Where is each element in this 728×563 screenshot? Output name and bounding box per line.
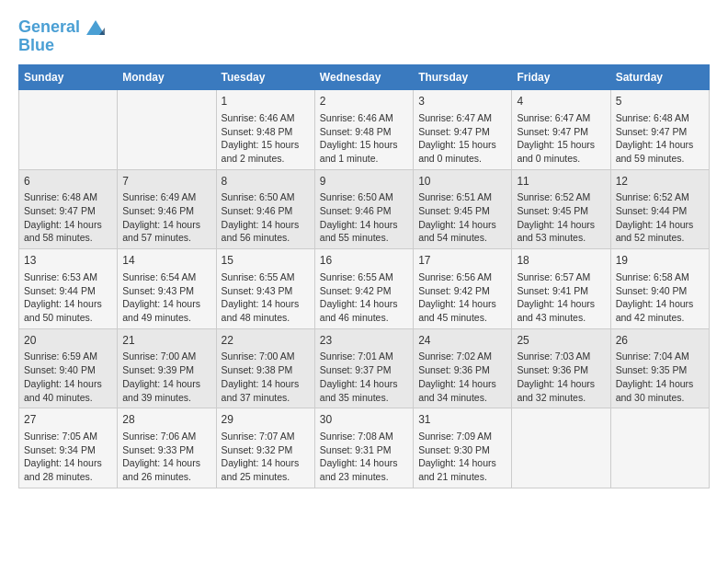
day-number: 10 <box>418 174 506 190</box>
day-info: Sunrise: 6:47 AM Sunset: 9:47 PM Dayligh… <box>418 111 506 166</box>
day-info: Sunrise: 6:57 AM Sunset: 9:41 PM Dayligh… <box>517 270 605 325</box>
day-number: 23 <box>320 333 408 349</box>
week-row-1: 1Sunrise: 6:46 AM Sunset: 9:48 PM Daylig… <box>19 90 710 170</box>
header-wednesday: Wednesday <box>314 65 413 90</box>
day-number: 21 <box>122 333 210 349</box>
day-cell: 24Sunrise: 7:02 AM Sunset: 9:36 PM Dayli… <box>414 328 512 408</box>
day-number: 16 <box>320 253 408 269</box>
day-info: Sunrise: 7:00 AM Sunset: 9:39 PM Dayligh… <box>122 350 210 404</box>
week-row-4: 20Sunrise: 6:59 AM Sunset: 9:40 PM Dayli… <box>19 328 710 408</box>
day-info: Sunrise: 7:02 AM Sunset: 9:36 PM Dayligh… <box>418 350 506 404</box>
day-info: Sunrise: 6:58 AM Sunset: 9:40 PM Dayligh… <box>616 270 704 325</box>
day-cell: 11Sunrise: 6:52 AM Sunset: 9:45 PM Dayli… <box>512 169 610 249</box>
day-cell: 18Sunrise: 6:57 AM Sunset: 9:41 PM Dayli… <box>512 249 610 329</box>
day-info: Sunrise: 6:54 AM Sunset: 9:43 PM Dayligh… <box>122 270 210 325</box>
day-number: 11 <box>517 174 605 190</box>
day-info: Sunrise: 6:56 AM Sunset: 9:42 PM Dayligh… <box>418 270 506 325</box>
day-cell <box>118 90 216 170</box>
day-info: Sunrise: 7:06 AM Sunset: 9:33 PM Dayligh… <box>122 430 210 484</box>
week-row-3: 13Sunrise: 6:53 AM Sunset: 9:44 PM Dayli… <box>19 249 710 329</box>
day-cell: 4Sunrise: 6:47 AM Sunset: 9:47 PM Daylig… <box>512 90 610 170</box>
day-number: 12 <box>616 174 704 190</box>
day-info: Sunrise: 7:01 AM Sunset: 9:37 PM Dayligh… <box>320 350 408 404</box>
day-info: Sunrise: 6:55 AM Sunset: 9:43 PM Dayligh… <box>222 270 310 325</box>
day-number: 25 <box>517 333 605 349</box>
day-cell: 26Sunrise: 7:04 AM Sunset: 9:35 PM Dayli… <box>610 328 709 408</box>
header-thursday: Thursday <box>414 65 512 90</box>
header-tuesday: Tuesday <box>216 65 314 90</box>
day-cell: 9Sunrise: 6:50 AM Sunset: 9:46 PM Daylig… <box>314 169 413 249</box>
day-cell: 14Sunrise: 6:54 AM Sunset: 9:43 PM Dayli… <box>118 249 216 329</box>
day-info: Sunrise: 6:50 AM Sunset: 9:46 PM Dayligh… <box>222 190 310 245</box>
day-cell <box>610 408 709 488</box>
day-number: 9 <box>320 174 408 190</box>
day-cell: 27Sunrise: 7:05 AM Sunset: 9:34 PM Dayli… <box>19 408 118 488</box>
day-number: 28 <box>122 412 210 428</box>
day-cell: 21Sunrise: 7:00 AM Sunset: 9:39 PM Dayli… <box>118 328 216 408</box>
day-number: 24 <box>418 333 506 349</box>
day-info: Sunrise: 7:09 AM Sunset: 9:30 PM Dayligh… <box>418 430 506 484</box>
day-cell <box>512 408 610 488</box>
week-row-2: 6Sunrise: 6:48 AM Sunset: 9:47 PM Daylig… <box>19 169 710 249</box>
day-number: 30 <box>320 412 408 428</box>
day-cell: 1Sunrise: 6:46 AM Sunset: 9:48 PM Daylig… <box>216 90 314 170</box>
day-info: Sunrise: 6:55 AM Sunset: 9:42 PM Dayligh… <box>320 270 408 325</box>
day-cell: 16Sunrise: 6:55 AM Sunset: 9:42 PM Dayli… <box>314 249 413 329</box>
day-number: 13 <box>24 253 112 269</box>
day-cell: 8Sunrise: 6:50 AM Sunset: 9:46 PM Daylig… <box>216 169 314 249</box>
day-info: Sunrise: 7:00 AM Sunset: 9:38 PM Dayligh… <box>222 350 310 404</box>
day-cell: 15Sunrise: 6:55 AM Sunset: 9:43 PM Dayli… <box>216 249 314 329</box>
day-info: Sunrise: 7:05 AM Sunset: 9:34 PM Dayligh… <box>24 430 112 484</box>
day-cell: 5Sunrise: 6:48 AM Sunset: 9:47 PM Daylig… <box>610 90 709 170</box>
day-number: 2 <box>320 94 408 109</box>
day-number: 29 <box>222 412 310 428</box>
day-cell: 7Sunrise: 6:49 AM Sunset: 9:46 PM Daylig… <box>118 169 216 249</box>
header-monday: Monday <box>118 65 216 90</box>
logo-text: General <box>18 18 105 37</box>
day-cell: 6Sunrise: 6:48 AM Sunset: 9:47 PM Daylig… <box>19 169 118 249</box>
day-number: 3 <box>418 94 506 109</box>
day-cell: 12Sunrise: 6:52 AM Sunset: 9:44 PM Dayli… <box>610 169 709 249</box>
day-info: Sunrise: 7:08 AM Sunset: 9:31 PM Dayligh… <box>320 430 408 484</box>
day-cell: 22Sunrise: 7:00 AM Sunset: 9:38 PM Dayli… <box>216 328 314 408</box>
day-info: Sunrise: 7:04 AM Sunset: 9:35 PM Dayligh… <box>616 350 704 404</box>
day-info: Sunrise: 6:46 AM Sunset: 9:48 PM Dayligh… <box>320 111 408 166</box>
day-cell: 25Sunrise: 7:03 AM Sunset: 9:36 PM Dayli… <box>512 328 610 408</box>
day-number: 20 <box>24 333 112 349</box>
day-info: Sunrise: 6:53 AM Sunset: 9:44 PM Dayligh… <box>24 270 112 325</box>
day-cell: 19Sunrise: 6:58 AM Sunset: 9:40 PM Dayli… <box>610 249 709 329</box>
day-number: 6 <box>24 174 112 190</box>
day-cell: 20Sunrise: 6:59 AM Sunset: 9:40 PM Dayli… <box>19 328 118 408</box>
day-number: 14 <box>122 253 210 269</box>
day-number: 26 <box>616 333 704 349</box>
day-number: 17 <box>418 253 506 269</box>
day-cell: 17Sunrise: 6:56 AM Sunset: 9:42 PM Dayli… <box>414 249 512 329</box>
day-number: 8 <box>222 174 310 190</box>
week-row-5: 27Sunrise: 7:05 AM Sunset: 9:34 PM Dayli… <box>19 408 710 488</box>
logo: General Blue <box>18 18 105 55</box>
day-cell: 10Sunrise: 6:51 AM Sunset: 9:45 PM Dayli… <box>414 169 512 249</box>
day-number: 19 <box>616 253 704 269</box>
day-cell: 31Sunrise: 7:09 AM Sunset: 9:30 PM Dayli… <box>414 408 512 488</box>
day-info: Sunrise: 6:59 AM Sunset: 9:40 PM Dayligh… <box>24 350 112 404</box>
day-info: Sunrise: 6:46 AM Sunset: 9:48 PM Dayligh… <box>222 111 310 166</box>
day-info: Sunrise: 6:49 AM Sunset: 9:46 PM Dayligh… <box>122 190 210 245</box>
day-cell: 29Sunrise: 7:07 AM Sunset: 9:32 PM Dayli… <box>216 408 314 488</box>
day-number: 5 <box>616 94 704 109</box>
header-saturday: Saturday <box>610 65 709 90</box>
day-number: 4 <box>517 94 605 109</box>
day-info: Sunrise: 7:07 AM Sunset: 9:32 PM Dayligh… <box>222 430 310 484</box>
day-info: Sunrise: 6:47 AM Sunset: 9:47 PM Dayligh… <box>517 111 605 166</box>
header-sunday: Sunday <box>19 65 118 90</box>
day-cell: 13Sunrise: 6:53 AM Sunset: 9:44 PM Dayli… <box>19 249 118 329</box>
day-number: 27 <box>24 412 112 428</box>
page-header: General Blue <box>18 18 710 55</box>
day-info: Sunrise: 6:50 AM Sunset: 9:46 PM Dayligh… <box>320 190 408 245</box>
day-info: Sunrise: 6:51 AM Sunset: 9:45 PM Dayligh… <box>418 190 506 245</box>
day-info: Sunrise: 7:03 AM Sunset: 9:36 PM Dayligh… <box>517 350 605 404</box>
day-cell: 30Sunrise: 7:08 AM Sunset: 9:31 PM Dayli… <box>314 408 413 488</box>
calendar-table: SundayMondayTuesdayWednesdayThursdayFrid… <box>18 64 710 488</box>
day-cell <box>19 90 118 170</box>
calendar-header-row: SundayMondayTuesdayWednesdayThursdayFrid… <box>19 65 710 90</box>
day-number: 18 <box>517 253 605 269</box>
